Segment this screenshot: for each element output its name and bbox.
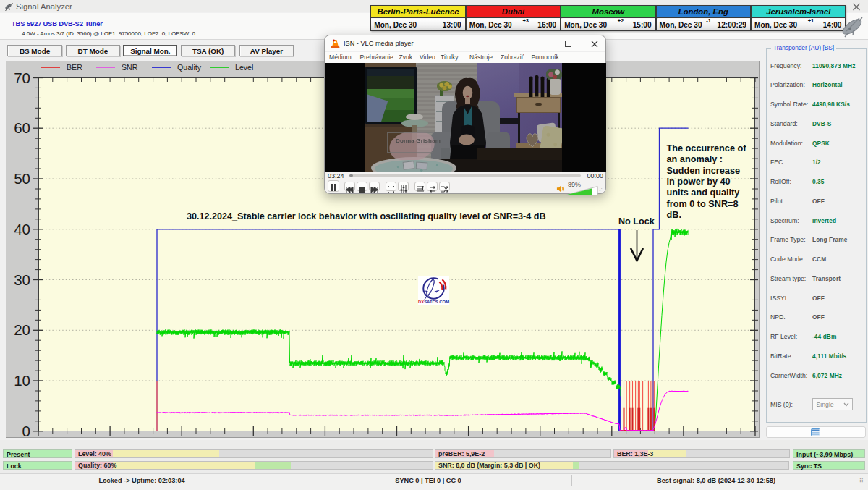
svg-text:DXSATCS.COM: DXSATCS.COM (418, 300, 449, 304)
svg-text:No Lock: No Lock (618, 216, 655, 227)
svg-text:70: 70 (14, 69, 30, 86)
svg-text:0: 0 (22, 423, 30, 438)
svg-text:dB.: dB. (667, 210, 681, 220)
svg-text:30: 30 (14, 271, 30, 288)
svg-text:60: 60 (14, 119, 30, 136)
svg-text:an anomaly :: an anomaly : (667, 154, 723, 164)
svg-text:20: 20 (14, 321, 30, 338)
svg-text:Sudden increase: Sudden increase (667, 166, 741, 176)
svg-text:40: 40 (14, 221, 30, 237)
svg-text:from 0 to SNR=8: from 0 to SNR=8 (667, 199, 739, 209)
svg-text:The occurrence of: The occurrence of (667, 143, 747, 153)
svg-text:10: 10 (14, 372, 30, 389)
svg-text:30.12.2024_Stable carrier lock: 30.12.2024_Stable carrier lock behavior … (187, 211, 546, 221)
svg-text:units and quality: units and quality (667, 187, 740, 198)
svg-text:50: 50 (14, 170, 30, 187)
svg-text:in power by 40: in power by 40 (667, 177, 731, 187)
